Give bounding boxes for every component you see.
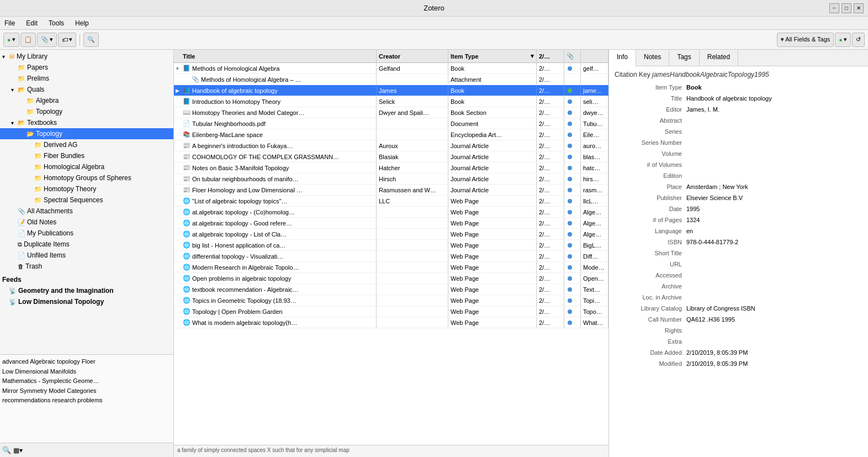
tag-search-icon[interactable]: 🔍 xyxy=(2,446,11,454)
search-fields-dropdown[interactable]: ▾ All Fields & Tags xyxy=(777,33,834,47)
sidebar-item-all-attachments[interactable]: 📎 All Attachments xyxy=(0,206,173,217)
sidebar-item-homotopy-theory[interactable]: 📁 Homotopy Theory xyxy=(0,183,173,195)
sidebar-item-my-library[interactable]: ▾ 🏛 My Library xyxy=(0,51,173,62)
tag-item[interactable]: Low Dimensional xyxy=(2,368,50,375)
toolbar-search: ▾ All Fields & Tags xyxy=(777,33,834,47)
list-item[interactable]: 🌐Topology | Open Problem Garden Web Page… xyxy=(174,306,608,317)
list-item[interactable]: 📚 Eilenberg-MacLane space Encyclopedia A… xyxy=(174,129,608,140)
list-item[interactable]: 🌐differential topology - Visualizati… We… xyxy=(174,251,608,262)
field-value xyxy=(686,337,862,348)
sidebar-label-homotopy-theory: Homotopy Theory xyxy=(44,185,96,193)
tab-related[interactable]: Related xyxy=(700,50,738,66)
tag-item[interactable]: research problems xyxy=(52,397,103,403)
maximize-button[interactable]: □ xyxy=(841,3,851,13)
menu-file[interactable]: File xyxy=(2,18,17,28)
item-type-icon: 📰 xyxy=(183,164,190,171)
item-extra: Tubu… xyxy=(581,118,608,129)
sidebar-item-textbooks[interactable]: ▾ 📂 Textbooks xyxy=(0,117,173,128)
header-creator[interactable]: Creator xyxy=(377,50,448,62)
list-item[interactable]: 🌐Open problems in algebraic topology Web… xyxy=(174,273,608,284)
list-item[interactable]: 📄 Tubular Neighborhoods.pdf Document 2/…… xyxy=(174,118,608,129)
list-item[interactable]: 🌐 "List of algebraic topology topics"… L… xyxy=(174,196,608,207)
close-button[interactable]: ✕ xyxy=(854,3,864,13)
list-item[interactable]: 📰 A beginner's introduction to Fukaya… A… xyxy=(174,140,608,151)
list-item[interactable]: 📰 On tubular neighbourhoods of manifo… H… xyxy=(174,174,608,185)
header-title[interactable]: Title xyxy=(181,50,377,62)
sidebar-item-textbooks-topology[interactable]: 📂 Topology xyxy=(0,128,173,139)
tag-item[interactable]: advanced xyxy=(2,358,30,365)
list-item[interactable]: 🌐What is modern algebraic topology(h… We… xyxy=(174,317,608,328)
header-item-type[interactable]: Item Type ▾ xyxy=(448,50,537,62)
tag-item[interactable]: Mirror Symmetry xyxy=(2,387,49,394)
tag-item[interactable]: Model Categories xyxy=(49,387,96,394)
sidebar-item-geometry[interactable]: 📡 Geometry and the Imagination xyxy=(0,285,173,296)
sidebar-item-papers[interactable]: 📁 Papers xyxy=(0,62,173,73)
list-item[interactable]: 🌐Modern Research in Algebraic Topolo… We… xyxy=(174,262,608,273)
tag-item[interactable]: Mathematics - Symplectic Geome… xyxy=(2,377,99,384)
search-button[interactable]: 🔍 xyxy=(83,33,99,47)
tag-item[interactable]: Manifolds xyxy=(50,368,76,375)
field-value xyxy=(686,326,862,337)
list-item[interactable]: 🌐at.algebraic topology - Good refere… We… xyxy=(174,218,608,229)
sidebar-item-duplicate-items[interactable]: ⧉ Duplicate Items xyxy=(0,239,173,250)
tag-item[interactable]: Floer xyxy=(82,358,96,365)
sidebar-item-fiber-bundles[interactable]: 📁 Fiber Bundles xyxy=(0,150,173,161)
item-date: 2/… xyxy=(537,129,564,140)
sidebar-item-derived-ag[interactable]: 📁 Derived AG xyxy=(0,139,173,150)
field-label: Title xyxy=(615,94,686,105)
tag-item[interactable]: Algebraic topology xyxy=(30,358,82,365)
item-type: Book xyxy=(448,85,537,96)
sidebar-item-low-dimensional[interactable]: 📡 Low Dimensional Topology xyxy=(0,296,173,307)
folder-icon: 📁 xyxy=(34,164,42,171)
list-item[interactable]: 📰 COHOMOLOGY OF THE COMPLEX GRASSMANN… B… xyxy=(174,151,608,162)
item-creator: Blasiak xyxy=(377,151,448,162)
item-title: 🌐differential topology - Visualizati… xyxy=(181,251,377,261)
sidebar-item-prelims[interactable]: 📁 Prelims xyxy=(0,73,173,84)
tab-tags[interactable]: Tags xyxy=(669,50,699,66)
minimize-button[interactable]: − xyxy=(829,3,839,13)
attach-button[interactable]: 📎 ▾ xyxy=(37,33,57,47)
header-date[interactable]: 2/… xyxy=(537,50,564,62)
list-item[interactable]: 📎 Methods of Homological Algebra – … Att… xyxy=(174,74,608,85)
sidebar-item-homotopy-groups[interactable]: 📁 Homotopy Groups of Spheres xyxy=(0,172,173,183)
field-value: James, I. M. xyxy=(686,105,862,116)
list-item[interactable]: 📘 Introduction to Homotopy Theory Selick… xyxy=(174,96,608,107)
tag-actions-icon[interactable]: ▦▾ xyxy=(13,447,23,454)
list-item[interactable]: 📖 Homotopy Theories and Model Categor… D… xyxy=(174,107,608,118)
list-item[interactable]: 🌐at.algebraic topology - List of Cla… We… xyxy=(174,229,608,240)
sidebar-item-algebra[interactable]: 📁 Algebra xyxy=(0,95,173,106)
tag-button[interactable]: 🏷 ▾ xyxy=(58,33,76,47)
list-item[interactable]: 🌐big list - Honest application of ca… We… xyxy=(174,240,608,251)
list-item[interactable]: 📰 Floer Homology and Low Dimensional … R… xyxy=(174,185,608,196)
sidebar-item-spectral-sequences[interactable]: 📁 Spectral Sequences xyxy=(0,195,173,206)
field-value: 2/10/2019, 8:05:39 PM xyxy=(686,348,862,359)
menu-help[interactable]: Help xyxy=(73,18,91,28)
tag-item[interactable]: recommendations xyxy=(2,397,52,403)
sidebar-item-quals[interactable]: ▾ 📂 Quals xyxy=(0,84,173,95)
header-extra xyxy=(581,50,608,62)
list-item[interactable]: ▶ 📘 Handbook of algebraic topology James… xyxy=(174,85,608,96)
tab-info[interactable]: Info xyxy=(609,50,636,66)
menu-edit[interactable]: Edit xyxy=(24,18,40,28)
sidebar-item-homological-algebra[interactable]: 📁 Homological Algebra xyxy=(0,161,173,172)
field-value xyxy=(686,249,862,260)
list-item[interactable]: 🌐textbook recommendation - Algebraic… We… xyxy=(174,284,608,295)
sidebar-item-unfiled-items[interactable]: 📄 Unfiled Items xyxy=(0,250,173,261)
menu-tools[interactable]: Tools xyxy=(46,18,66,28)
list-item[interactable]: ▾ 📘 Methods of Homological Algebra Gelfa… xyxy=(174,63,608,74)
list-item[interactable]: 📰 Notes on Basic 3-Manifold Topology Hat… xyxy=(174,162,608,174)
sidebar-item-old-notes[interactable]: 📝 Old Notes xyxy=(0,217,173,228)
new-item-button[interactable]: ● ▾ xyxy=(3,33,19,47)
item-type-icon: 📰 xyxy=(183,175,190,182)
field-value xyxy=(686,293,862,304)
duplicate-icon: ⧉ xyxy=(18,241,22,248)
locate-button[interactable]: ● ▾ xyxy=(835,33,851,47)
sync-button[interactable]: ↺ xyxy=(852,33,865,47)
list-item[interactable]: 🌐at.algebraic topology - (Co)homolog… We… xyxy=(174,207,608,218)
sidebar-item-trash[interactable]: 🗑 Trash xyxy=(0,261,173,272)
list-item[interactable]: 🌐Topics in Geometric Topology (18.93… We… xyxy=(174,295,608,306)
sidebar-item-my-publications[interactable]: 📄 My Publications xyxy=(0,228,173,239)
tab-notes[interactable]: Notes xyxy=(636,50,669,66)
new-note-button[interactable]: 📋 xyxy=(20,33,36,47)
sidebar-item-quals-topology[interactable]: 📁 Topology xyxy=(0,106,173,117)
